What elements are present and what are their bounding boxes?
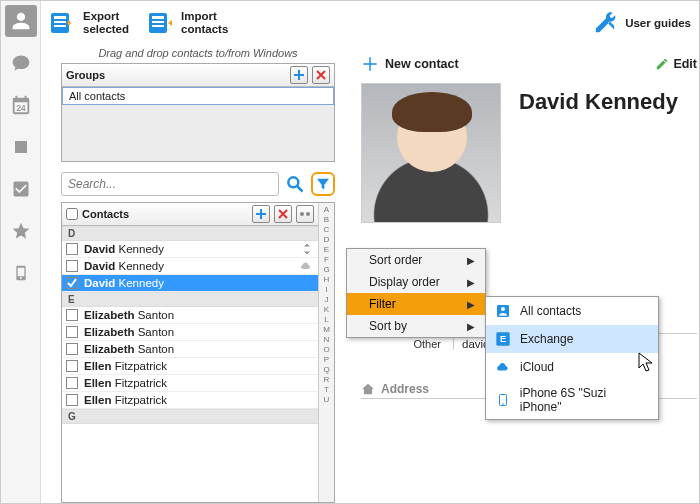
svg-text:E: E — [500, 334, 506, 344]
contact-name: David Kennedy — [519, 83, 678, 223]
groups-title: Groups — [66, 69, 286, 81]
nav-notes[interactable] — [5, 131, 37, 163]
contact-row[interactable]: David Kennedy — [62, 258, 318, 275]
nav-favorites[interactable] — [5, 215, 37, 247]
user-guides-button[interactable]: User guides — [591, 11, 691, 35]
row-checkbox[interactable] — [66, 343, 78, 355]
alpha-letter[interactable]: B — [324, 215, 329, 225]
contact-name-cell: Elizabeth Santon — [84, 309, 174, 321]
new-contact-button[interactable]: New contact — [361, 55, 459, 73]
alpha-letter[interactable]: H — [324, 275, 330, 285]
list-separator: D — [62, 226, 318, 241]
contact-name-cell: Ellen Fitzpatrick — [84, 360, 167, 372]
alpha-letter[interactable]: K — [324, 305, 329, 315]
new-contact-label: New contact — [385, 57, 459, 71]
alpha-letter[interactable]: U — [324, 395, 330, 405]
filter-all-contacts[interactable]: All contacts — [486, 297, 658, 325]
row-checkbox[interactable] — [66, 326, 78, 338]
contact-name-cell: David Kennedy — [84, 277, 164, 289]
alpha-letter[interactable]: Q — [323, 365, 329, 375]
delete-contact-button[interactable] — [274, 205, 292, 223]
alpha-letter[interactable]: F — [324, 255, 329, 265]
contact-row[interactable]: Elizabeth Santon — [62, 341, 318, 358]
toolbar: Exportselected Importcontacts User guide… — [41, 1, 699, 45]
svg-point-9 — [288, 177, 298, 187]
ctx-sort-order[interactable]: Sort order▶ — [347, 249, 485, 271]
contact-row[interactable]: Elizabeth Santon — [62, 324, 318, 341]
alpha-index[interactable]: ABCDEFGHIJKLMNOPQRTU — [318, 203, 334, 502]
nav-contacts[interactable] — [5, 5, 37, 37]
drag-hint: Drag and drop contacts to/from Windows — [61, 45, 335, 63]
alpha-letter[interactable]: E — [324, 245, 329, 255]
filter-button[interactable] — [311, 172, 335, 196]
import-icon — [147, 11, 175, 35]
sync-icon — [300, 243, 314, 255]
edit-button[interactable]: Edit — [655, 57, 697, 71]
row-checkbox[interactable] — [66, 260, 78, 272]
import-label: Importcontacts — [181, 10, 228, 35]
groups-header: Groups — [62, 64, 334, 87]
tools-icon — [591, 11, 619, 35]
svg-rect-4 — [54, 25, 66, 27]
contact-row[interactable]: Ellen Fitzpatrick — [62, 375, 318, 392]
alpha-letter[interactable]: C — [324, 225, 330, 235]
add-group-button[interactable] — [290, 66, 308, 84]
alpha-letter[interactable]: G — [323, 265, 329, 275]
nav-tasks[interactable] — [5, 173, 37, 205]
alpha-letter[interactable]: P — [324, 355, 329, 365]
contact-row[interactable]: David Kennedy — [62, 241, 318, 258]
alpha-letter[interactable]: J — [325, 295, 329, 305]
contact-name-cell: Elizabeth Santon — [84, 343, 174, 355]
contact-row[interactable]: David Kennedy — [62, 275, 318, 292]
alpha-letter[interactable]: M — [323, 325, 330, 335]
delete-group-button[interactable] — [312, 66, 330, 84]
contacts-body[interactable]: DDavid KennedyDavid KennedyDavid Kennedy… — [62, 226, 318, 502]
filter-exchange[interactable]: E Exchange — [486, 325, 658, 353]
row-checkbox[interactable] — [66, 309, 78, 321]
ctx-sort-by[interactable]: Sort by▶ — [347, 315, 485, 337]
add-contact-button[interactable] — [252, 205, 270, 223]
alpha-letter[interactable]: O — [323, 345, 329, 355]
nav-messages[interactable] — [5, 47, 37, 79]
row-checkbox[interactable] — [66, 277, 78, 289]
svg-point-13 — [501, 307, 505, 311]
ctx-display-order[interactable]: Display order▶ — [347, 271, 485, 293]
contact-row[interactable]: Ellen Fitzpatrick — [62, 358, 318, 375]
import-contacts-button[interactable]: Importcontacts — [147, 10, 228, 35]
export-icon — [49, 11, 77, 35]
alpha-letter[interactable]: T — [324, 385, 329, 395]
ctx-filter[interactable]: Filter▶ — [347, 293, 485, 315]
alpha-letter[interactable]: A — [324, 205, 329, 215]
guides-label: User guides — [625, 17, 691, 30]
row-checkbox[interactable] — [66, 377, 78, 389]
merge-contact-button[interactable] — [296, 205, 314, 223]
left-column: Drag and drop contacts to/from Windows G… — [41, 45, 341, 503]
search-input[interactable] — [61, 172, 279, 196]
contact-name-cell: David Kennedy — [84, 243, 164, 255]
filter-iphone[interactable]: iPhone 6S "Suzi iPhone" — [486, 381, 658, 419]
alpha-letter[interactable]: N — [324, 335, 330, 345]
export-selected-button[interactable]: Exportselected — [49, 10, 129, 35]
nav-device[interactable] — [5, 257, 37, 289]
alpha-letter[interactable]: L — [324, 315, 328, 325]
context-menu: Sort order▶ Display order▶ Filter▶ Sort … — [346, 248, 486, 338]
contacts-list: Contacts DDavid KennedyDavid KennedyDavi… — [62, 203, 318, 502]
contact-row[interactable]: Ellen Fitzpatrick — [62, 392, 318, 409]
alpha-letter[interactable]: D — [324, 235, 330, 245]
row-checkbox[interactable] — [66, 243, 78, 255]
contact-row[interactable]: Elizabeth Santon — [62, 307, 318, 324]
filter-icloud[interactable]: iCloud — [486, 353, 658, 381]
alpha-letter[interactable]: I — [325, 285, 327, 295]
alpha-letter[interactable]: R — [324, 375, 330, 385]
list-separator: G — [62, 409, 318, 424]
row-checkbox[interactable] — [66, 360, 78, 372]
contacts-icon — [494, 302, 512, 320]
detail-toolbar: New contact Edit — [361, 51, 697, 83]
groups-body: All contacts — [62, 87, 334, 161]
nav-calendar[interactable]: 24 — [5, 89, 37, 121]
group-all-contacts[interactable]: All contacts — [62, 87, 334, 105]
row-checkbox[interactable] — [66, 394, 78, 406]
search-button[interactable] — [283, 172, 307, 196]
svg-rect-2 — [54, 16, 66, 19]
select-all-checkbox[interactable] — [66, 208, 78, 220]
